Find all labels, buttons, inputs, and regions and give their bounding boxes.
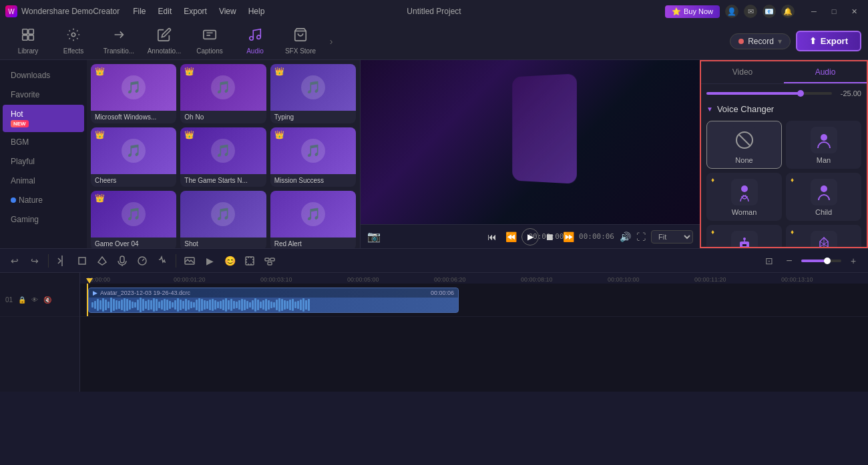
svg-rect-26: [79, 258, 85, 264]
tab-audio[interactable]: Audio: [784, 61, 867, 83]
screenshot-button[interactable]: 📷: [367, 230, 381, 243]
crop-button[interactable]: [74, 253, 90, 269]
titlebar-controls: ⭐ Buy Now 👤 ✉ 📧 🔔 ─ □ ✕: [665, 5, 863, 18]
user-icon[interactable]: 👤: [725, 5, 738, 18]
audio-button[interactable]: [154, 253, 170, 269]
mute-icon[interactable]: 🔇: [42, 295, 53, 306]
audio-label-1: Microsoft Windows...: [91, 111, 176, 123]
menu-file[interactable]: File: [128, 5, 151, 17]
ruler-mark-4: 00:00:06:20: [434, 273, 466, 284]
audio-card-1[interactable]: 👑 🎵 Microsoft Windows...: [91, 64, 176, 123]
zoom-thumb[interactable]: [824, 258, 831, 264]
toolbar-effects[interactable]: Effects: [52, 25, 95, 58]
menu-export[interactable]: Export: [178, 5, 212, 17]
speed-button[interactable]: [134, 253, 150, 269]
svg-point-13: [821, 185, 827, 192]
audio-card-9[interactable]: 🎵 Red Alert: [270, 191, 356, 248]
zoom-out-button[interactable]: −: [781, 253, 797, 269]
sfxstore-icon: [293, 27, 308, 45]
buy-now-button[interactable]: ⭐ Buy Now: [665, 5, 720, 18]
voice-card-none[interactable]: None: [706, 121, 782, 169]
skip-back-button[interactable]: ⏪: [503, 229, 519, 245]
notifications-icon[interactable]: 🔔: [781, 5, 795, 18]
group-button[interactable]: [262, 253, 278, 269]
annotations-icon: [157, 27, 172, 45]
zoom-slider[interactable]: [801, 260, 841, 262]
undo-button[interactable]: ↩: [7, 253, 23, 269]
volume-thumb[interactable]: [797, 90, 804, 97]
skip-forward-button[interactable]: ⏩: [560, 229, 576, 245]
voice-card-robot[interactable]: ♦ Robot: [706, 225, 782, 247]
track-label-01: 01 🔒 👁 🔇: [0, 284, 79, 317]
audio-card-5[interactable]: 👑 🎵 The Game Starts N...: [180, 127, 266, 187]
eye-icon[interactable]: 👁: [29, 295, 40, 306]
toolbar-captions[interactable]: Captions: [188, 25, 231, 58]
sidebar-item-playful[interactable]: Playful: [3, 152, 84, 171]
svg-rect-0: [23, 29, 27, 34]
audio-card-2[interactable]: 👑 🎵 Oh No: [180, 64, 266, 123]
marker-button[interactable]: [94, 253, 110, 269]
expand-timeline-button[interactable]: ⊡: [761, 253, 777, 269]
tab-video[interactable]: Video: [701, 61, 784, 83]
svg-rect-32: [246, 257, 254, 265]
zoom-in-button[interactable]: +: [845, 253, 861, 269]
volume-slider[interactable]: [706, 92, 832, 95]
sidebar-item-favorite[interactable]: Favorite: [3, 85, 84, 104]
voice-card-transformers[interactable]: ♦ Transformers: [786, 225, 861, 247]
toolbar-transitions[interactable]: Transitio...: [97, 25, 140, 58]
audio-card-7[interactable]: 👑 🎵 Game Over 04: [91, 191, 176, 248]
mail-icon[interactable]: 📧: [763, 5, 776, 18]
play-button-tl[interactable]: ▶: [202, 253, 218, 269]
maximize-button[interactable]: □: [825, 5, 843, 18]
audio-card-6[interactable]: 👑 🎵 Mission Success: [270, 127, 356, 187]
clip-header: ▶ Avatar_2023-12-03 19-26-43.dcrc 00:00:…: [89, 288, 458, 298]
voice-card-woman[interactable]: ♦ Woman: [706, 173, 782, 221]
menu-view[interactable]: View: [214, 5, 242, 17]
rewind-button[interactable]: ⏮: [484, 229, 500, 245]
audio-card-4[interactable]: 👑 🎵 Cheers: [91, 127, 176, 187]
record-button[interactable]: Record ▾: [730, 33, 791, 49]
fit-select[interactable]: Fit 100% 75%: [651, 230, 693, 244]
crown-icon-6: 👑: [274, 130, 284, 139]
close-button[interactable]: ✕: [845, 5, 863, 18]
toolbar-library[interactable]: Library: [7, 25, 49, 58]
play-button[interactable]: ▶: [521, 228, 539, 246]
video-clip[interactable]: ▶ Avatar_2023-12-03 19-26-43.dcrc 00:00:…: [88, 288, 459, 313]
image-button[interactable]: [182, 253, 198, 269]
voice-button[interactable]: [114, 253, 130, 269]
volume-button[interactable]: 🔊: [620, 231, 631, 242]
messages-icon[interactable]: ✉: [744, 5, 757, 18]
preview-bottom-bar: 📷 ⏮ ⏪ ▶ ⏹ ⏩ 00:00:00 | 00:00:06 🔊 ⛶ Fit …: [361, 224, 700, 248]
voice-changer-header[interactable]: ▼ Voice Changer: [706, 104, 861, 114]
export-button[interactable]: ⬆ Export: [796, 31, 861, 51]
sidebar-item-downloads[interactable]: Downloads: [3, 66, 84, 85]
stop-button[interactable]: ⏹: [541, 229, 558, 245]
lock-icon[interactable]: 🔒: [17, 295, 27, 306]
premium-badge-robot: ♦: [711, 228, 714, 236]
voice-man-label: Man: [817, 156, 831, 164]
menu-edit[interactable]: Edit: [153, 5, 178, 17]
sidebar-item-hot[interactable]: Hot NEW: [3, 105, 84, 132]
toolbar-audio[interactable]: Audio: [234, 25, 276, 58]
split-button[interactable]: [54, 253, 70, 269]
effects-icon: [66, 27, 81, 45]
emoji-button[interactable]: 😊: [222, 253, 238, 269]
menu-help[interactable]: Help: [243, 5, 270, 17]
audio-card-8[interactable]: 🎵 Shot: [180, 191, 266, 248]
toolbar-sfxstore[interactable]: SFX Store: [279, 25, 322, 58]
svg-point-12: [741, 185, 748, 192]
sidebar-item-gaming[interactable]: Gaming: [3, 210, 84, 229]
voice-card-child[interactable]: ♦ Child: [786, 173, 861, 221]
redo-button[interactable]: ↪: [27, 253, 43, 269]
voice-card-man[interactable]: Man: [786, 121, 861, 169]
audio-grid: 👑 🎵 Microsoft Windows... 👑 🎵 Oh No: [91, 64, 356, 248]
minimize-button[interactable]: ─: [805, 5, 823, 18]
audio-card-3[interactable]: 👑 🎵 Typing: [270, 64, 356, 123]
toolbar-expand-btn[interactable]: ›: [324, 25, 338, 58]
sidebar-item-animal[interactable]: Animal: [3, 171, 84, 190]
transform-button[interactable]: [242, 253, 258, 269]
sidebar-item-bgm[interactable]: BGM: [3, 133, 84, 151]
toolbar-annotations[interactable]: Annotatio...: [143, 25, 186, 58]
sidebar-item-nature[interactable]: Nature: [3, 191, 84, 209]
fullscreen-button[interactable]: ⛶: [636, 231, 646, 242]
